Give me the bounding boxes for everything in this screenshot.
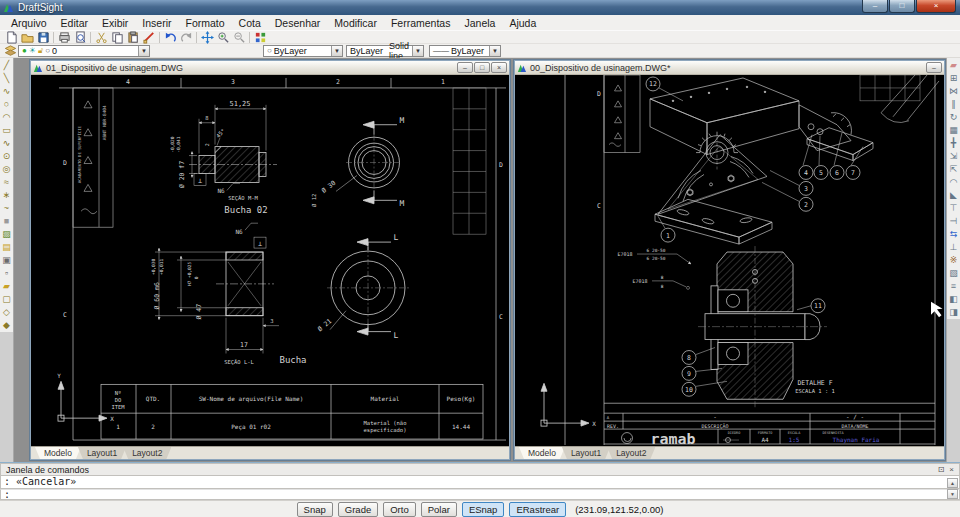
boundary-icon[interactable]: ▢ xyxy=(1,293,13,306)
hatch-icon[interactable]: ▨ xyxy=(1,228,13,241)
menu-cota[interactable]: Cota xyxy=(232,17,268,29)
trim-icon[interactable]: ⊤ xyxy=(948,202,960,215)
command-input[interactable]: : xyxy=(0,489,960,500)
tab-modelo[interactable]: Modelo xyxy=(35,447,81,459)
copy-icon[interactable] xyxy=(109,31,125,44)
scroll-up-icon[interactable]: ▲ xyxy=(947,478,958,488)
document-titlebar[interactable]: 01_Dispositivo de usinagem.DWG – □ × xyxy=(31,61,509,75)
solid-icon[interactable]: ◆ xyxy=(1,319,13,332)
redo-icon[interactable] xyxy=(178,31,194,44)
layers-manager-icon[interactable] xyxy=(2,44,18,57)
window-titlebar[interactable]: DraftSight – □ × xyxy=(0,0,960,15)
point-icon[interactable]: ∗ xyxy=(1,189,13,202)
linestyle-combo[interactable]: ByLayer Solid line ▼ xyxy=(346,45,424,57)
cut-icon[interactable] xyxy=(93,31,109,44)
polar-toggle[interactable]: Polar xyxy=(421,502,457,517)
tab-modelo[interactable]: Modelo xyxy=(519,447,565,459)
command-scrollbar[interactable]: ▲ ▼ xyxy=(947,478,958,499)
format-painter-icon[interactable]: ◨ xyxy=(948,306,960,319)
doc-restore-button[interactable]: □ xyxy=(474,62,490,73)
drawing-canvas-00[interactable]: D C xyxy=(515,75,944,446)
pattern-icon[interactable]: ▦ xyxy=(948,124,960,137)
weld-icon[interactable]: ⊥ xyxy=(948,241,960,254)
esnap-toggle[interactable]: ESnap xyxy=(462,502,505,517)
tab-layout2[interactable]: Layout2 xyxy=(607,447,655,459)
pan-icon[interactable] xyxy=(199,31,215,44)
menu-janela[interactable]: Janela xyxy=(457,17,502,29)
lineweight-combo-dropdown-icon[interactable]: ▼ xyxy=(489,46,500,56)
edit-polyline-icon[interactable]: ≡ xyxy=(948,280,960,293)
extend-icon[interactable]: ⊣ xyxy=(948,215,960,228)
insert-block-icon[interactable]: ▫ xyxy=(1,267,13,280)
scroll-down-icon[interactable]: ▼ xyxy=(947,489,958,499)
copy-icon[interactable]: ⊞ xyxy=(948,72,960,85)
spline-icon[interactable]: ∿ xyxy=(1,137,13,150)
minimize-button[interactable]: – xyxy=(862,0,888,13)
polygon-icon[interactable]: ◇ xyxy=(1,306,13,319)
open-icon[interactable] xyxy=(19,31,35,44)
line-icon[interactable]: ╱ xyxy=(1,59,13,72)
command-history[interactable]: : «Cancelar» xyxy=(0,476,960,489)
close-icon[interactable]: × xyxy=(949,465,954,474)
options-icon[interactable] xyxy=(252,31,268,44)
menu-formato[interactable]: Formato xyxy=(179,17,232,29)
print-preview-icon[interactable] xyxy=(72,31,88,44)
tab-layout2[interactable]: Layout2 xyxy=(123,447,171,459)
layer-combo-dropdown-icon[interactable]: ▼ xyxy=(138,46,149,56)
construction-line-icon[interactable]: ╲ xyxy=(1,72,13,85)
delete-icon[interactable]: ▰ xyxy=(948,59,960,72)
doc-minimize-button[interactable]: – xyxy=(457,62,473,73)
linecolor-combo[interactable]: ○ ByLayer ▼ xyxy=(263,45,343,57)
grid-toggle[interactable]: Grade xyxy=(338,502,378,517)
stretch-icon[interactable]: ⇱ xyxy=(948,163,960,176)
properties-painter-icon[interactable]: ◧ xyxy=(948,293,960,306)
ortho-toggle[interactable]: Orto xyxy=(383,502,415,517)
rotate-icon[interactable]: ↻ xyxy=(948,111,960,124)
edit-hatch-icon[interactable]: ▧ xyxy=(948,267,960,280)
tab-layout1[interactable]: Layout1 xyxy=(78,447,126,459)
menu-editar[interactable]: Editar xyxy=(54,17,95,29)
linecolor-combo-dropdown-icon[interactable]: ▼ xyxy=(331,46,342,56)
explode-icon[interactable]: ※ xyxy=(948,254,960,267)
paste-icon[interactable] xyxy=(125,31,141,44)
chamfer-icon[interactable]: ◣ xyxy=(948,189,960,202)
move-icon[interactable]: ╋ xyxy=(948,137,960,150)
doc-close-button[interactable]: × xyxy=(491,62,507,73)
gradient-icon[interactable]: ▤ xyxy=(1,241,13,254)
donut-icon[interactable]: ◎ xyxy=(1,163,13,176)
zoom-back-icon[interactable] xyxy=(231,31,247,44)
menu-exibir[interactable]: Exibir xyxy=(95,17,135,29)
arc-icon[interactable]: ◠ xyxy=(1,111,13,124)
block-icon[interactable]: ▣ xyxy=(1,254,13,267)
command-window-header[interactable]: Janela de comandos ⊡ × xyxy=(0,463,960,476)
menu-inserir[interactable]: Inserir xyxy=(135,17,178,29)
tab-layout1[interactable]: Layout1 xyxy=(562,447,610,459)
mirror-icon[interactable]: ⋈ xyxy=(948,85,960,98)
note-icon[interactable]: ▰ xyxy=(1,280,13,293)
menu-ferramentas[interactable]: Ferramentas xyxy=(384,17,458,29)
maximize-button[interactable]: □ xyxy=(889,0,915,13)
circle-icon[interactable]: ○ xyxy=(1,98,13,111)
close-button[interactable]: × xyxy=(916,0,956,13)
offset-icon[interactable]: ∥ xyxy=(948,98,960,111)
undo-icon[interactable] xyxy=(162,31,178,44)
menu-modificar[interactable]: Modificar xyxy=(327,17,384,29)
linestyle-combo-dropdown-icon[interactable]: ▼ xyxy=(412,46,423,56)
etrack-toggle[interactable]: ERastrear xyxy=(509,502,566,517)
ellipse-icon[interactable]: ⊙ xyxy=(1,150,13,163)
layer-combo[interactable]: ● ☀ 🔓︎ ○ 0 ▼ xyxy=(18,45,150,57)
print-icon[interactable] xyxy=(56,31,72,44)
document-titlebar[interactable]: 00_Dispositivo de usinagem.DWG* – xyxy=(515,61,944,75)
fillet-icon[interactable]: ◠ xyxy=(948,176,960,189)
split-icon[interactable]: ⇆ xyxy=(948,228,960,241)
rectangle-icon[interactable]: ▭ xyxy=(1,124,13,137)
cloud-icon[interactable]: ≈ xyxy=(1,176,13,189)
float-icon[interactable]: ⊡ xyxy=(938,465,945,474)
menu-ajuda[interactable]: Ajuda xyxy=(502,17,543,29)
polyline-icon[interactable]: ∿ xyxy=(1,85,13,98)
menu-arquivo[interactable]: Arquivo xyxy=(4,17,54,29)
new-icon[interactable] xyxy=(3,31,19,44)
properties-painter-icon[interactable] xyxy=(141,31,157,44)
snap-toggle[interactable]: Snap xyxy=(297,502,333,517)
freehand-icon[interactable]: ~ xyxy=(1,202,13,215)
